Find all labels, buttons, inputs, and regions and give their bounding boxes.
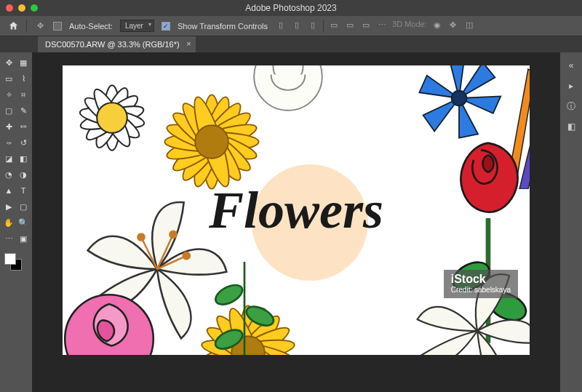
align-bottom-icon[interactable]: ▭ bbox=[360, 20, 372, 31]
show-transform-checkbox[interactable]: ✓ bbox=[162, 22, 170, 31]
close-tab-icon[interactable]: × bbox=[186, 39, 191, 48]
marquee-tool-icon[interactable]: ▭ bbox=[3, 73, 15, 84]
align-left-icon[interactable]: ▯ bbox=[275, 20, 287, 31]
brush-tool-icon[interactable]: ✏ bbox=[17, 121, 29, 132]
mode3d-orbit-icon[interactable]: ◉ bbox=[431, 20, 443, 31]
svg-point-41 bbox=[244, 303, 276, 329]
align-top-icon[interactable]: ▭ bbox=[328, 20, 340, 31]
document-tab-bar: DSC00570.ARW @ 33.3% (RGB/16*) × bbox=[0, 36, 582, 52]
options-bar: ✥ Auto-Select: Layer ✓ Show Transform Co… bbox=[0, 16, 582, 36]
svg-point-42 bbox=[212, 326, 245, 353]
eyedropper-tool-icon[interactable]: ✎ bbox=[17, 105, 29, 116]
separator bbox=[323, 20, 324, 33]
gradient-tool-icon[interactable]: ◧ bbox=[17, 153, 29, 164]
blur-tool-icon[interactable]: ◔ bbox=[3, 169, 15, 180]
close-window-icon[interactable] bbox=[6, 4, 13, 12]
clone-stamp-tool-icon[interactable]: ⎃ bbox=[3, 137, 15, 148]
maximize-window-icon[interactable] bbox=[31, 4, 38, 12]
rectangle-tool-icon[interactable]: ▢ bbox=[17, 201, 29, 212]
play-panel-icon[interactable]: ▸ bbox=[565, 80, 577, 92]
align-middle-icon[interactable]: ▭ bbox=[344, 20, 356, 31]
collapse-panels-icon[interactable]: « bbox=[565, 60, 577, 71]
document-canvas[interactable]: Flowers iStock Credit: sabelskaya bbox=[63, 65, 530, 355]
watermark-credit: Credit: sabelskaya bbox=[451, 286, 511, 294]
color-swatch[interactable] bbox=[3, 252, 29, 271]
eraser-tool-icon[interactable]: ◪ bbox=[3, 153, 15, 164]
history-brush-tool-icon[interactable]: ↺ bbox=[17, 137, 29, 148]
svg-point-7 bbox=[97, 103, 127, 133]
document-tab-label: DSC00570.ARW @ 33.3% (RGB/16*) bbox=[45, 40, 180, 49]
svg-point-28 bbox=[183, 252, 190, 259]
auto-select-label: Auto-Select: bbox=[69, 22, 113, 31]
align-right-icon[interactable]: ▯ bbox=[307, 20, 319, 31]
minimize-window-icon[interactable] bbox=[18, 4, 25, 12]
mode3d-slide-icon[interactable]: ◫ bbox=[463, 20, 475, 31]
edit-toolbar-icon[interactable]: ⋯ bbox=[3, 233, 15, 244]
right-panel-dock: « ▸ ⓘ ◧ bbox=[560, 52, 582, 392]
app-title: Adobe Photoshop 2023 bbox=[245, 3, 336, 13]
tool-panel: ✥ ▦ ▭ ⌇ ✧ ⌗ ▢ ✎ ✚ ✏ ⎃ ↺ ◪ ◧ ◔ ◑ ▲ T ▶ ▢ … bbox=[0, 52, 32, 392]
info-panel-icon[interactable]: ⓘ bbox=[565, 100, 577, 112]
dodge-tool-icon[interactable]: ◑ bbox=[17, 169, 29, 180]
foreground-color-swatch[interactable] bbox=[4, 253, 16, 265]
frame-tool-icon[interactable]: ▢ bbox=[3, 105, 15, 116]
more-options-icon[interactable]: ⋯ bbox=[376, 20, 388, 31]
pen-tool-icon[interactable]: ▲ bbox=[3, 185, 15, 196]
type-tool-icon[interactable]: T bbox=[17, 185, 29, 196]
magic-wand-tool-icon[interactable]: ✧ bbox=[3, 89, 15, 100]
document-tab[interactable]: DSC00570.ARW @ 33.3% (RGB/16*) × bbox=[38, 36, 196, 52]
title-bar: Adobe Photoshop 2023 bbox=[0, 0, 582, 16]
show-transform-label: Show Transform Controls bbox=[178, 22, 268, 31]
align-icon-group: ▯ ▯ ▯ ▭ ▭ ▭ ⋯ 3D Mode: ◉ ✥ ◫ bbox=[275, 20, 475, 33]
svg-point-26 bbox=[170, 231, 176, 238]
watermark: iStock Credit: sabelskaya bbox=[444, 270, 518, 298]
white-rose-illustration bbox=[241, 65, 335, 124]
canvas-area[interactable]: Flowers iStock Credit: sabelskaya bbox=[32, 52, 560, 392]
artboard-tool-icon[interactable]: ▦ bbox=[17, 57, 29, 68]
properties-panel-icon[interactable]: ◧ bbox=[565, 121, 577, 132]
leaf-stem-illustration bbox=[201, 262, 288, 355]
canvas-title-text: Flowers bbox=[209, 180, 383, 241]
mode3d-pan-icon[interactable]: ✥ bbox=[447, 20, 459, 31]
svg-point-20 bbox=[452, 91, 467, 106]
pink-gerbera-illustration bbox=[354, 327, 477, 355]
lasso-tool-icon[interactable]: ⌇ bbox=[17, 73, 29, 84]
auto-select-dropdown[interactable]: Layer bbox=[120, 20, 154, 32]
auto-select-checkbox[interactable] bbox=[53, 22, 62, 31]
svg-point-18 bbox=[195, 125, 228, 159]
watermark-brand: iStock bbox=[451, 273, 511, 286]
path-selection-tool-icon[interactable]: ▶ bbox=[3, 201, 15, 212]
home-icon[interactable] bbox=[7, 20, 19, 32]
svg-point-40 bbox=[212, 281, 245, 309]
healing-brush-tool-icon[interactable]: ✚ bbox=[3, 121, 15, 132]
separator bbox=[26, 20, 27, 33]
align-center-icon[interactable]: ▯ bbox=[291, 20, 303, 31]
crop-tool-icon[interactable]: ⌗ bbox=[17, 89, 29, 100]
mode-3d-label: 3D Mode: bbox=[392, 20, 427, 33]
move-tool-indicator-icon: ✥ bbox=[34, 20, 46, 32]
zoom-tool-icon[interactable]: 🔍 bbox=[17, 217, 29, 228]
move-tool-icon[interactable]: ✥ bbox=[3, 57, 15, 68]
pink-rose-illustration bbox=[63, 281, 167, 355]
workspace: ✥ ▦ ▭ ⌇ ✧ ⌗ ▢ ✎ ✚ ✏ ⎃ ↺ ◪ ◧ ◔ ◑ ▲ T ▶ ▢ … bbox=[0, 52, 582, 392]
hand-tool-icon[interactable]: ✋ bbox=[3, 217, 15, 228]
svg-point-24 bbox=[137, 233, 144, 240]
window-controls bbox=[6, 4, 38, 12]
quick-mask-icon[interactable]: ▣ bbox=[17, 233, 29, 244]
